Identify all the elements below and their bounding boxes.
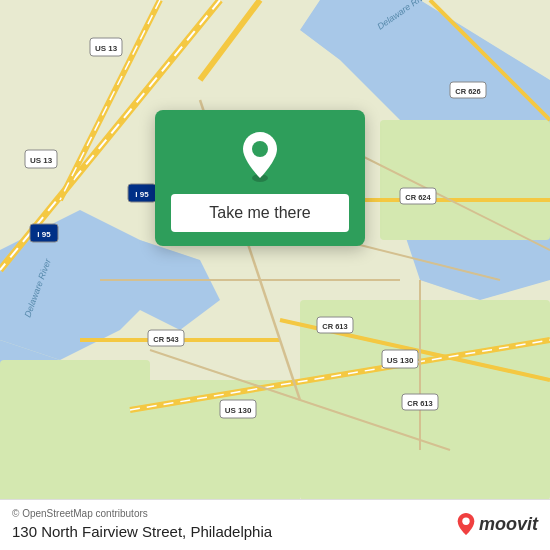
svg-text:CR 543: CR 543 [153,335,178,344]
svg-text:CR 613: CR 613 [407,399,432,408]
svg-text:I 95: I 95 [135,190,149,199]
svg-text:US 130: US 130 [225,406,252,415]
svg-text:CR 626: CR 626 [455,87,480,96]
bottom-bar: © OpenStreetMap contributors 130 North F… [0,499,550,550]
location-pin-icon [232,128,288,184]
svg-text:I 95: I 95 [37,230,51,239]
take-me-there-button[interactable]: Take me there [171,194,349,232]
svg-text:CR 613: CR 613 [322,322,347,331]
svg-text:US 13: US 13 [30,156,53,165]
moovit-logo: moovit [456,512,538,536]
moovit-pin-icon [456,512,476,536]
svg-rect-8 [380,120,550,240]
svg-text:CR 624: CR 624 [405,193,431,202]
svg-text:US 13: US 13 [95,44,118,53]
map-background: US 13 US 13 I 95 I 95 CR 624 CR 626 CR 5… [0,0,550,550]
svg-text:US 130: US 130 [387,356,414,365]
location-card: Take me there [155,110,365,246]
svg-point-52 [252,141,268,157]
svg-point-53 [462,518,469,525]
moovit-text: moovit [479,514,538,535]
map-container: US 13 US 13 I 95 I 95 CR 624 CR 626 CR 5… [0,0,550,550]
